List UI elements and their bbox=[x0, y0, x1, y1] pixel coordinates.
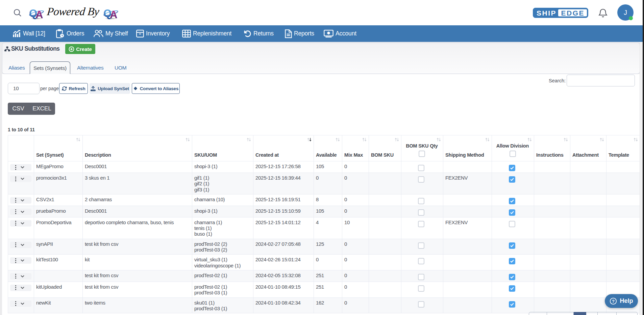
svg-text:SHIP: SHIP bbox=[537, 9, 556, 17]
svg-text:A: A bbox=[110, 9, 117, 20]
svg-text:?: ? bbox=[612, 298, 615, 304]
svg-text:EDGE: EDGE bbox=[561, 9, 585, 17]
svg-text:A: A bbox=[35, 9, 43, 20]
